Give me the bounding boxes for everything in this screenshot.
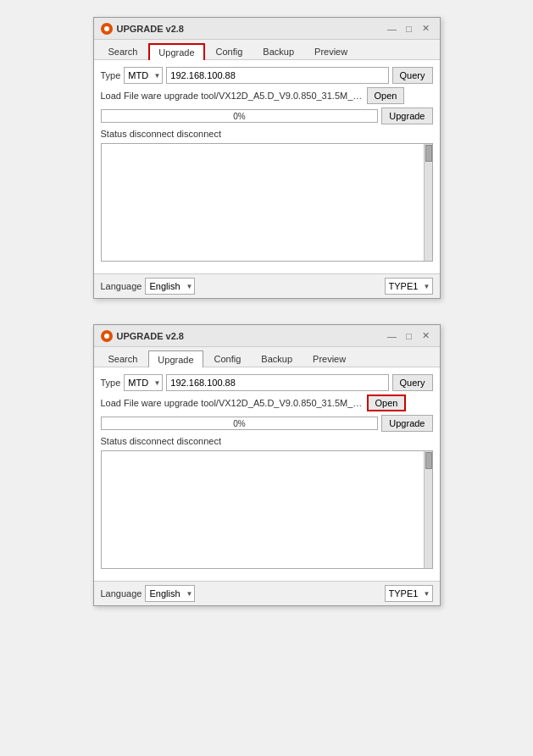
language-label-1: Language xyxy=(101,281,142,291)
minimize-button-2[interactable]: — xyxy=(386,329,399,343)
query-button-1[interactable]: Query xyxy=(392,67,433,84)
language-select-wrapper-1: English ▼ xyxy=(145,278,195,295)
language-select-wrapper-2: English ▼ xyxy=(145,585,195,602)
type-label-2: Type xyxy=(101,378,121,388)
type1-select-wrapper-2: TYPE1 ▼ xyxy=(385,585,433,602)
close-button-1[interactable]: ✕ xyxy=(419,22,433,36)
type-select-2[interactable]: MTD xyxy=(124,374,163,391)
language-select-2[interactable]: English xyxy=(145,585,195,602)
scrollbar-thumb-1 xyxy=(425,145,432,162)
scrollbar-1[interactable] xyxy=(424,144,432,261)
progress-bar-2: 0% xyxy=(101,417,379,430)
title-bar-1: UPGRADE v2.8 — □ ✕ xyxy=(94,18,440,40)
app-window-1: UPGRADE v2.8 — □ ✕ Search Upgrade Config… xyxy=(93,17,441,299)
type-label-1: Type xyxy=(101,70,121,80)
title-controls-1: — □ ✕ xyxy=(386,22,433,36)
file-path-label-1: Load File ware upgrade tool/VX12D_A5.D_V… xyxy=(101,91,364,101)
maximize-button-2[interactable]: □ xyxy=(403,329,416,343)
progress-row-2: 0% Upgrade xyxy=(101,415,433,432)
ip-input-1[interactable]: 192.168.100.88 xyxy=(166,67,388,84)
file-path-label-2: Load File ware upgrade tool/VX12D_A5.D_V… xyxy=(101,398,364,408)
app-icon-1 xyxy=(101,23,113,35)
window1: UPGRADE v2.8 — □ ✕ Search Upgrade Config… xyxy=(93,17,441,299)
language-label-2: Language xyxy=(101,588,142,599)
bottom-bar-2: Language English ▼ TYPE1 ▼ xyxy=(94,581,440,605)
window-title-2: UPGRADE v2.8 xyxy=(117,331,184,341)
upgrade-button-1[interactable]: Upgrade xyxy=(381,108,432,124)
window-title-1: UPGRADE v2.8 xyxy=(117,24,184,34)
content-area-2: Type MTD ▼ 192.168.100.88 Query Load Fil… xyxy=(94,367,440,581)
ip-input-2[interactable]: 192.168.100.88 xyxy=(166,374,388,391)
progress-text-2: 0% xyxy=(102,417,378,429)
title-bar-left-2: UPGRADE v2.8 xyxy=(101,330,184,342)
language-row-1: Language English ▼ xyxy=(101,278,196,295)
title-bar-2: UPGRADE v2.8 — □ ✕ xyxy=(94,325,440,347)
tab-bar-2: Search Upgrade Config Backup Preview xyxy=(94,347,440,367)
close-button-2[interactable]: ✕ xyxy=(419,329,433,343)
tab-preview-2[interactable]: Preview xyxy=(303,350,355,367)
bottom-bar-1: Language English ▼ TYPE1 ▼ xyxy=(94,273,440,298)
query-button-2[interactable]: Query xyxy=(392,374,433,391)
type-ip-row-2: Type MTD ▼ 192.168.100.88 Query xyxy=(101,374,433,391)
progress-text-1: 0% xyxy=(102,110,378,122)
tab-preview-1[interactable]: Preview xyxy=(305,43,357,59)
scrollbar-2[interactable] xyxy=(424,451,432,568)
type1-select-wrapper-1: TYPE1 ▼ xyxy=(385,278,433,295)
tab-backup-2[interactable]: Backup xyxy=(252,350,302,367)
language-row-2: Language English ▼ xyxy=(101,585,196,602)
tab-bar-1: Search Upgrade Config Backup Preview xyxy=(94,40,440,60)
upgrade-button-2[interactable]: Upgrade xyxy=(381,415,432,432)
app-icon-2 xyxy=(101,330,113,342)
scrollbar-thumb-2 xyxy=(425,452,432,469)
file-row-2: Load File ware upgrade tool/VX12D_A5.D_V… xyxy=(101,395,433,411)
app-window-2: UPGRADE v2.8 — □ ✕ Search Upgrade Config… xyxy=(93,324,441,606)
tab-backup-1[interactable]: Backup xyxy=(253,43,303,59)
title-controls-2: — □ ✕ xyxy=(386,329,433,343)
type1-select-1[interactable]: TYPE1 xyxy=(385,278,433,295)
tab-config-1[interactable]: Config xyxy=(207,43,253,59)
window2: UPGRADE v2.8 — □ ✕ Search Upgrade Config… xyxy=(93,324,441,606)
type-select-1[interactable]: MTD xyxy=(124,67,163,84)
progress-bar-1: 0% xyxy=(101,109,379,123)
type-ip-row-1: Type MTD ▼ 192.168.100.88 Query xyxy=(101,67,433,84)
maximize-button-1[interactable]: □ xyxy=(403,22,416,36)
type-select-wrapper-1: MTD ▼ xyxy=(124,67,163,84)
open-button-2[interactable]: Open xyxy=(367,395,407,411)
log-area-2 xyxy=(101,450,433,569)
content-area-1: Type MTD ▼ 192.168.100.88 Query Load Fil… xyxy=(94,60,440,273)
minimize-button-1[interactable]: — xyxy=(386,22,399,36)
tab-config-2[interactable]: Config xyxy=(205,350,251,367)
status-row-1: Status disconnect disconnect xyxy=(101,128,433,140)
log-area-1 xyxy=(101,143,433,262)
type-select-wrapper-2: MTD ▼ xyxy=(124,374,163,391)
language-select-1[interactable]: English xyxy=(145,278,195,295)
tab-upgrade-1[interactable]: Upgrade xyxy=(148,43,204,60)
progress-row-1: 0% Upgrade xyxy=(101,108,433,124)
status-row-2: Status disconnect disconnect xyxy=(101,435,433,447)
type1-select-2[interactable]: TYPE1 xyxy=(385,585,433,602)
tab-search-1[interactable]: Search xyxy=(99,43,147,59)
file-row-1: Load File ware upgrade tool/VX12D_A5.D_V… xyxy=(101,87,433,104)
tab-upgrade-2[interactable]: Upgrade xyxy=(148,350,203,367)
title-bar-left-1: UPGRADE v2.8 xyxy=(101,23,184,35)
tab-search-2[interactable]: Search xyxy=(99,350,147,367)
open-button-1[interactable]: Open xyxy=(367,87,405,104)
